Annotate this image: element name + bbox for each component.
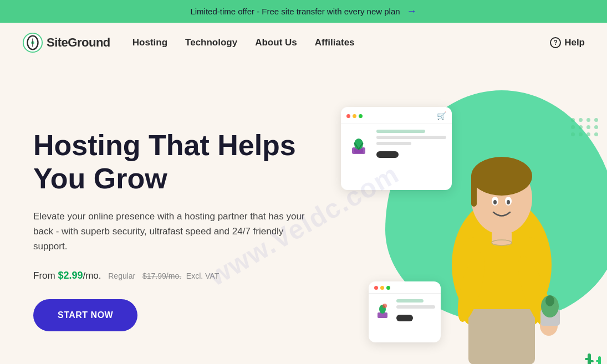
svg-point-14	[471, 157, 532, 196]
hero-title: Hosting That Helps You Grow	[33, 129, 344, 196]
nav-item-hosting[interactable]: Hosting	[132, 37, 167, 48]
plant-icon-small	[374, 300, 391, 320]
dot-yellow-sm	[380, 286, 384, 290]
svg-rect-12	[468, 309, 535, 364]
line-sm-1	[396, 305, 435, 309]
svg-rect-32	[596, 360, 600, 362]
line-g-sm	[396, 299, 424, 303]
pill-sm	[396, 315, 413, 321]
svg-rect-16	[492, 229, 512, 245]
cactus-icons	[585, 348, 603, 364]
help-label: Help	[564, 37, 585, 48]
card-titlebar-large: 🛒	[341, 107, 452, 124]
svg-point-9	[382, 304, 387, 308]
nav-item-technology[interactable]: Technology	[185, 37, 237, 48]
help-button[interactable]: ? Help	[550, 37, 585, 48]
price-excl: Excl. VAT	[186, 271, 219, 280]
dot-green-btn	[359, 114, 363, 118]
svg-point-19	[493, 200, 497, 204]
hero-content: Hosting That Helps You Grow Elevate your…	[33, 129, 344, 331]
logo[interactable]: SiteGround	[22, 32, 110, 53]
line-short	[376, 142, 411, 145]
nav-item-affiliates[interactable]: Affiliates	[315, 37, 355, 48]
price-period: /mo.	[83, 270, 101, 281]
dot-red	[346, 114, 350, 118]
header: SiteGround Hosting Technology About Us A…	[0, 23, 607, 63]
plant-icon-large	[346, 132, 371, 156]
cactus-2	[596, 353, 603, 364]
price-regular-value: $17.99/mo.	[142, 271, 181, 280]
card-lines-small	[396, 299, 435, 321]
nav: Hosting Technology About Us Affiliates	[132, 37, 550, 48]
pill	[376, 151, 399, 158]
svg-point-25	[545, 295, 554, 306]
nav-item-about-us[interactable]: About Us	[255, 37, 297, 48]
card-body-large	[341, 124, 452, 163]
hero-price: From $2.99/mo. Regular $17.99/mo. Excl. …	[33, 270, 344, 281]
dot-green-sm	[386, 286, 390, 290]
logo-icon	[22, 32, 43, 53]
cart-icon: 🛒	[437, 111, 446, 120]
dot-yellow	[353, 114, 356, 118]
hero-section: www.Veldc.com Hosting That Helps You Gro…	[0, 63, 607, 364]
price-regular-label: Regular	[108, 271, 135, 280]
logo-text: SiteGround	[47, 35, 110, 50]
hero-visual: 🛒	[319, 63, 607, 364]
browser-card-large: 🛒	[341, 107, 452, 190]
banner-arrow[interactable]: →	[407, 6, 417, 17]
top-banner: Limited-time offer - Free site transfer …	[0, 0, 607, 23]
start-now-button[interactable]: START NOW	[33, 299, 137, 331]
svg-rect-30	[589, 360, 594, 362]
svg-point-20	[507, 200, 510, 204]
line-1	[376, 136, 446, 139]
banner-text: Limited-time offer - Free site transfer …	[190, 7, 400, 16]
card-titlebar-small	[369, 281, 441, 294]
hero-description: Elevate your online presence with a host…	[33, 209, 310, 254]
card-lines-large	[376, 130, 446, 158]
dot-red-sm	[374, 286, 378, 290]
browser-card-small	[369, 281, 441, 342]
svg-rect-29	[585, 358, 589, 360]
price-value: $2.99	[58, 270, 83, 281]
price-from-label: From	[33, 270, 55, 281]
svg-rect-15	[471, 173, 477, 207]
help-icon: ?	[550, 37, 561, 48]
cactus-1	[585, 348, 594, 364]
line-green	[376, 130, 425, 133]
card-body-small	[369, 294, 441, 327]
